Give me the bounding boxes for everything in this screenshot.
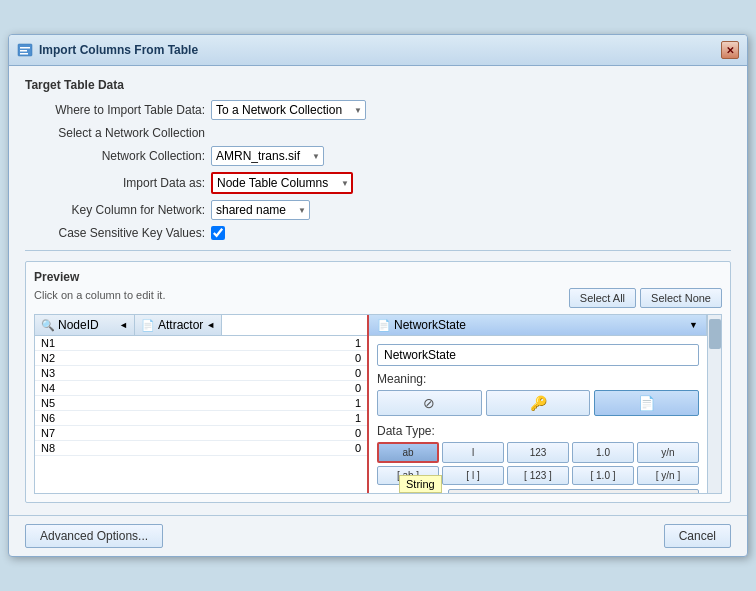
cell-att: 0 — [231, 381, 367, 396]
cell-id: N3 — [35, 366, 231, 381]
attractor-arrow[interactable]: ◄ — [206, 320, 215, 330]
table-row[interactable]: N20 — [35, 351, 367, 366]
key-column-select[interactable]: shared name — [211, 200, 310, 220]
key-column-group: Key Column for Network: shared name — [25, 200, 731, 220]
nodeid-arrow[interactable]: ◄ — [119, 320, 128, 330]
string-tooltip: String — [399, 475, 442, 493]
close-button[interactable]: ✕ — [721, 41, 739, 59]
network-collection-select[interactable]: AMRN_trans.sif — [211, 146, 324, 166]
cell-id: N7 — [35, 426, 231, 441]
dt-list-double-button[interactable]: [ 1.0 ] — [572, 466, 634, 485]
cell-att: 0 — [231, 441, 367, 456]
cell-att: 1 — [231, 336, 367, 351]
dt-integer-button[interactable]: 123 — [507, 442, 569, 463]
import-dialog: Import Columns From Table ✕ Target Table… — [8, 34, 748, 557]
select-all-button[interactable]: Select All — [569, 288, 636, 308]
table-row[interactable]: N51 — [35, 396, 367, 411]
table-row[interactable]: N70 — [35, 426, 367, 441]
advanced-options-button[interactable]: Advanced Options... — [25, 524, 163, 548]
attractor-label: Attractor — [158, 318, 203, 332]
svg-rect-1 — [20, 47, 30, 49]
table-row[interactable]: N40 — [35, 381, 367, 396]
cell-att: 0 — [231, 351, 367, 366]
meaning-buttons: ⊘ 🔑 📄 — [377, 390, 699, 416]
cell-att: 0 — [231, 366, 367, 381]
networkstate-icon: 📄 — [377, 319, 391, 332]
dt-long-button[interactable]: l — [442, 442, 504, 463]
title-bar: Import Columns From Table ✕ — [9, 35, 747, 66]
scrollbar-thumb[interactable] — [709, 319, 721, 349]
cell-id: N5 — [35, 396, 231, 411]
title-bar-left: Import Columns From Table — [17, 42, 198, 58]
dt-double-button[interactable]: 1.0 — [572, 442, 634, 463]
dt-boolean-button[interactable]: y/n — [637, 442, 699, 463]
svg-rect-3 — [20, 53, 28, 55]
networkstate-arrow[interactable]: ▼ — [689, 320, 698, 330]
import-data-label: Import Data as: — [25, 176, 205, 190]
table-scroll-area[interactable]: 🔍 NodeID ◄ 📄 Attractor ◄ N11N20N30N40N51… — [35, 315, 367, 493]
cell-id: N8 — [35, 441, 231, 456]
dt-list-long-button[interactable]: [ l ] — [442, 466, 504, 485]
dt-list-integer-button[interactable]: [ 123 ] — [507, 466, 569, 485]
where-import-select-wrapper[interactable]: To a Network Collection — [211, 100, 366, 120]
where-import-label: Where to Import Table Data: — [25, 103, 205, 117]
import-data-as-group: Import Data as: Node Table Columns — [25, 172, 731, 194]
dt-string-button[interactable]: ab — [377, 442, 439, 463]
dialog-icon — [17, 42, 33, 58]
table-row[interactable]: N61 — [35, 411, 367, 426]
cell-id: N4 — [35, 381, 231, 396]
cell-id: N6 — [35, 411, 231, 426]
column-name-input[interactable] — [377, 344, 699, 366]
table-row[interactable]: N30 — [35, 366, 367, 381]
cell-id: N1 — [35, 336, 231, 351]
cell-att: 0 — [231, 426, 367, 441]
key-column-select-wrapper[interactable]: shared name — [211, 200, 310, 220]
table-row[interactable]: N11 — [35, 336, 367, 351]
col-header-attractor[interactable]: 📄 Attractor ◄ — [135, 315, 222, 335]
network-collection-select-wrapper[interactable]: AMRN_trans.sif — [211, 146, 324, 166]
datatype-row1: ab l 123 1.0 y/n — [377, 442, 699, 463]
data-table: N11N20N30N40N51N61N70N80 — [35, 336, 367, 456]
dialog-body: Target Table Data Where to Import Table … — [9, 66, 747, 515]
meaning-none-button[interactable]: ⊘ — [377, 390, 482, 416]
preview-header: Preview — [34, 270, 722, 284]
meaning-doc-button[interactable]: 📄 — [594, 390, 699, 416]
meaning-key-button[interactable]: 🔑 — [486, 390, 591, 416]
case-sensitive-checkbox[interactable] — [211, 226, 225, 240]
cancel-button[interactable]: Cancel — [664, 524, 731, 548]
networkstate-popup: 📄 NetworkState ▼ Meaning: ⊘ 🔑 📄 Data Typ… — [367, 315, 707, 493]
networkstate-label: NetworkState — [394, 318, 466, 332]
svg-rect-2 — [20, 50, 27, 52]
attractor-icon: 📄 — [141, 319, 155, 332]
target-section-title: Target Table Data — [25, 78, 731, 92]
preview-section: Preview Click on a column to edit it. Se… — [25, 261, 731, 503]
preview-hint: Click on a column to edit it. — [34, 289, 165, 301]
select-none-button[interactable]: Select None — [640, 288, 722, 308]
dt-list-boolean-button[interactable]: [ y/n ] — [637, 466, 699, 485]
meaning-label: Meaning: — [377, 372, 699, 386]
list-delimiter-select[interactable] — [448, 489, 699, 493]
key-column-label: Key Column for Network: — [25, 203, 205, 217]
where-import-select[interactable]: To a Network Collection — [211, 100, 366, 120]
preview-table-container: 🔍 NodeID ◄ 📄 Attractor ◄ N11N20N30N40N51… — [34, 314, 722, 494]
scrollbar[interactable] — [707, 315, 721, 493]
cell-att: 1 — [231, 411, 367, 426]
case-sensitive-label: Case Sensitive Key Values: — [25, 226, 205, 240]
dialog-title: Import Columns From Table — [39, 43, 198, 57]
import-data-select-wrapper[interactable]: Node Table Columns — [211, 172, 353, 194]
import-data-select[interactable]: Node Table Columns — [211, 172, 353, 194]
column-headers: 🔍 NodeID ◄ 📄 Attractor ◄ — [35, 315, 367, 336]
datatype-label: Data Type: — [377, 424, 699, 438]
cell-att: 1 — [231, 396, 367, 411]
nodeid-label: NodeID — [58, 318, 99, 332]
col-header-networkstate[interactable]: 📄 NetworkState ▼ — [369, 315, 707, 336]
divider — [25, 250, 731, 251]
network-collection-group: Network Collection: AMRN_trans.sif — [25, 146, 731, 166]
dialog-footer: Advanced Options... Cancel — [9, 515, 747, 556]
col-header-nodeid[interactable]: 🔍 NodeID ◄ — [35, 315, 135, 335]
where-import-group: Where to Import Table Data: To a Network… — [25, 100, 731, 120]
table-row[interactable]: N80 — [35, 441, 367, 456]
network-collection-label: Network Collection: — [25, 149, 205, 163]
select-network-label: Select a Network Collection — [25, 126, 205, 140]
select-network-group: Select a Network Collection — [25, 126, 731, 140]
